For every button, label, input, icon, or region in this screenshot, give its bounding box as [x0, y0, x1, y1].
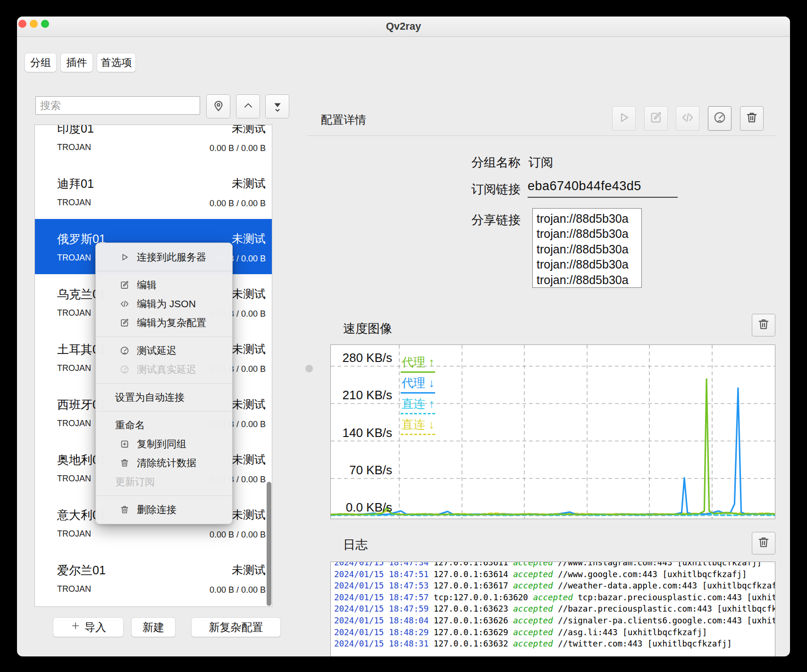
log-destination: //www.instagram.com:443 [uxhitlbqcfkzafj… — [553, 562, 762, 567]
delete-button[interactable] — [740, 106, 764, 131]
search-input[interactable] — [35, 96, 200, 115]
log-line: 2024/01/15 18:47:53 127.0.0.1:63617 acce… — [334, 580, 775, 592]
location-pin-icon — [212, 99, 225, 114]
connection-status: 未测试 — [232, 397, 266, 412]
menu-item[interactable]: 编辑为复杂配置 — [96, 313, 232, 332]
legend-item: 代理 ↑ — [401, 354, 435, 373]
edit-button[interactable] — [644, 106, 668, 131]
log-timestamp: 2024/01/15 18:47:34 — [334, 562, 429, 567]
connection-ctype: TROJAN — [57, 363, 91, 373]
connection-ctype: TROJAN — [57, 419, 91, 428]
legend-item: 直连 ↑ — [401, 396, 435, 414]
y-axis-tick-label: 70 KB/s — [331, 463, 392, 478]
share-link-label: 分享链接 — [445, 212, 521, 228]
menu-item-label: 编辑为 JSON — [137, 297, 196, 311]
connection-row[interactable]: 印度01未测试TROJAN0.00 B / 0.00 B — [35, 125, 272, 164]
menu-item[interactable]: 连接到此服务器 — [96, 248, 232, 267]
log-verb: accepted — [513, 628, 553, 637]
share-link-line: trojan://88d5b30a — [537, 272, 641, 287]
preferences-button[interactable]: 首选项 — [97, 53, 136, 72]
menu-item-label: 编辑 — [137, 278, 157, 292]
test-latency-button[interactable] — [708, 106, 731, 131]
share-link-line: trojan://88d5b30a — [537, 257, 641, 272]
connection-traffic: 0.00 B / 0.00 B — [210, 199, 266, 209]
trash-icon — [119, 504, 130, 515]
code-icon — [119, 299, 130, 309]
menu-item[interactable]: 清除统计数据 — [96, 454, 232, 472]
import-button-label: 导入 — [84, 620, 106, 635]
connection-ctype: TROJAN — [57, 308, 91, 318]
connection-ctype: TROJAN — [57, 143, 91, 152]
log-source: 127.0.0.1:63626 — [429, 616, 513, 625]
plugins-button[interactable]: 插件 — [60, 53, 93, 72]
menu-item: 测试真实延迟 — [96, 360, 232, 379]
dropdown-triangle-icon — [271, 99, 284, 114]
group-name-label: 分组名称 — [445, 154, 521, 170]
menu-separator — [96, 411, 232, 412]
menu-item[interactable]: 编辑 — [96, 276, 232, 294]
trash-icon — [757, 535, 771, 551]
connection-name: 印度01 — [57, 125, 94, 136]
log-source: 127.0.0.1:63611 — [429, 562, 513, 567]
connection-status: 未测试 — [232, 176, 266, 191]
log-source: 127.0.0.1:63623 — [429, 604, 513, 613]
connection-ctype: TROJAN — [57, 198, 91, 208]
menu-separator — [96, 383, 232, 384]
sort-dropdown-button[interactable] — [265, 94, 289, 118]
new-complex-button[interactable]: 新复杂配置 — [191, 617, 281, 637]
log-verb: accepted — [513, 562, 553, 567]
log-destination: //bazar.preciousplastic.com:443 [uxhitlb… — [553, 604, 775, 613]
menu-item[interactable]: 测试延迟 — [96, 341, 232, 360]
connection-name: 爱尔兰01 — [57, 563, 106, 578]
connection-row[interactable]: 爱尔兰01未测试TROJAN0.00 B / 0.00 B — [35, 550, 272, 605]
subscription-link-input[interactable]: eba6740b44fe43d5 — [528, 179, 678, 198]
locate-current-button[interactable] — [206, 94, 230, 118]
menu-item-label: 编辑为复杂配置 — [137, 316, 206, 329]
connection-status: 未测试 — [232, 507, 266, 522]
trash-icon — [119, 458, 130, 468]
speed-chart: 280 KB/s210 KB/s140 KB/s70 KB/s0.0 KB/s代… — [330, 344, 775, 519]
log-output[interactable]: 2024/01/15 18:47:34 127.0.0.1:63611 acce… — [330, 562, 775, 656]
splitter-handle[interactable] — [305, 365, 313, 372]
log-destination: //signaler-pa.clients6.google.com:443 [u… — [553, 616, 775, 625]
context-menu: 连接到此服务器编辑编辑为 JSON编辑为复杂配置测试延迟测试真实延迟设置为自动连… — [95, 243, 233, 524]
log-line: 2024/01/15 18:47:59 127.0.0.1:63623 acce… — [334, 603, 775, 615]
log-verb: accepted — [533, 593, 572, 602]
groups-button[interactable]: 分组 — [25, 53, 57, 72]
connection-ctype: TROJAN — [57, 529, 91, 539]
window-title: Qv2ray — [17, 20, 790, 33]
connection-status: 未测试 — [232, 286, 266, 302]
connection-row[interactable]: 迪拜01未测试TROJAN0.00 B / 0.00 B — [35, 164, 272, 219]
menu-item[interactable]: 重命名 — [96, 416, 232, 435]
log-timestamp: 2024/01/15 18:47:59 — [334, 604, 429, 613]
edit-icon — [119, 280, 130, 290]
menu-item[interactable]: 设置为自动连接 — [96, 388, 232, 407]
speed-chart-title: 速度图像 — [343, 320, 392, 337]
connection-ctype: TROJAN — [57, 253, 91, 263]
menu-item[interactable]: 编辑为 JSON — [96, 294, 232, 313]
log-verb: accepted — [513, 639, 553, 648]
gauge-icon — [119, 345, 130, 356]
log-source: 127.0.0.1:63632 — [429, 639, 513, 648]
log-timestamp: 2024/01/15 18:47:53 — [334, 581, 429, 590]
legend-item: 代理 ↓ — [401, 375, 435, 394]
trash-icon — [745, 110, 759, 126]
connection-name: 迪拜01 — [57, 176, 94, 192]
menu-item-label: 重命名 — [115, 419, 145, 432]
share-link-textarea[interactable]: trojan://88d5b30atrojan://88d5b30atrojan… — [532, 208, 642, 288]
new-button[interactable]: 新建 — [131, 617, 176, 637]
play-icon — [119, 252, 130, 262]
menu-item[interactable]: 删除连接 — [96, 500, 232, 519]
collapse-up-button[interactable] — [236, 94, 260, 118]
edit-json-button[interactable] — [676, 106, 699, 131]
log-line: 2024/01/15 18:47:34 127.0.0.1:63611 acce… — [334, 562, 775, 569]
clear-log-button[interactable] — [752, 532, 775, 554]
connection-traffic: 0.00 B / 0.00 B — [210, 143, 266, 153]
clear-speed-graph-button[interactable] — [752, 314, 775, 336]
share-link-line: trojan://88d5b30a — [537, 226, 641, 241]
connect-button[interactable] — [612, 106, 636, 131]
menu-item[interactable]: 复制到同组 — [96, 435, 232, 454]
share-link-line: trojan://88d5b30a — [537, 211, 641, 226]
list-scrollbar[interactable] — [267, 482, 271, 606]
import-button[interactable]: 导入 — [53, 617, 124, 637]
